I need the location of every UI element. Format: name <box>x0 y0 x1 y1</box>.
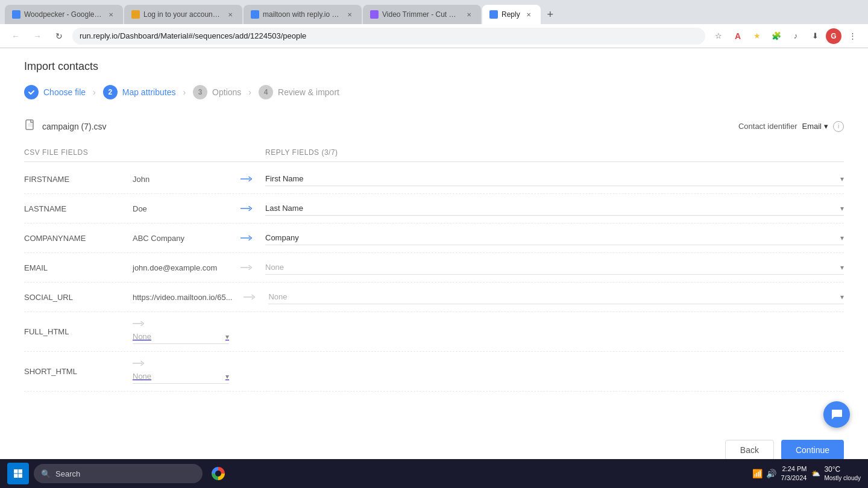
step-4-label: Review & import <box>278 87 339 97</box>
tab-favicon-woodpecker <box>12 10 20 19</box>
mapping-table: FIRSTNAME John First Name ▾ LASTNAME Doe <box>24 164 844 392</box>
chevron-down-icon: ▾ <box>225 372 229 381</box>
profile-avatar[interactable]: G <box>826 28 841 44</box>
step-2-label: Map attributes <box>122 87 176 97</box>
menu-icon[interactable]: ⋮ <box>844 28 861 45</box>
footer: Back Continue <box>24 428 844 460</box>
chevron-down-icon: ▾ <box>840 263 844 272</box>
reply-field-value: None <box>265 263 284 272</box>
weather-temp: 30°C <box>824 465 861 475</box>
tab-reply[interactable]: Reply ✕ <box>482 5 541 24</box>
taskbar-clock[interactable]: 2:24 PM 7/3/2024 <box>781 465 807 483</box>
csv-field-value: ABC Company <box>133 234 229 243</box>
address-bar: ← → ↻ ☆ A ★ 🧩 ♪ ⬇ G ⋮ <box>0 24 868 48</box>
tab-close-video[interactable]: ✕ <box>464 10 474 19</box>
tab-close-login[interactable]: ✕ <box>225 10 235 19</box>
forward-nav-button[interactable]: → <box>29 28 46 45</box>
tab-login[interactable]: Log in to your account - Wood... ✕ <box>124 5 242 24</box>
step-1[interactable]: Choose file <box>24 85 86 99</box>
tab-woodpecker[interactable]: Woodpecker - Google Search ✕ <box>5 5 123 24</box>
continue-button[interactable]: Continue <box>781 440 844 460</box>
tab-mailtoon[interactable]: mailtoon with reply.io - Google... ✕ <box>244 5 362 24</box>
tab-bar: Woodpecker - Google Search ✕ Log in to y… <box>0 0 868 24</box>
step-1-label: Choose file <box>43 87 86 97</box>
csv-field-value: John <box>133 175 229 184</box>
extension-a-icon[interactable]: A <box>729 28 746 45</box>
svg-rect-11 <box>19 469 23 474</box>
reply-field-value: None <box>133 332 151 341</box>
mapping-arrow <box>229 175 265 183</box>
reply-field-dropdown[interactable]: None ▾ <box>265 260 844 275</box>
extension-puzzle-icon[interactable]: 🧩 <box>768 28 785 45</box>
toolbar-icons: ☆ A ★ 🧩 ♪ ⬇ G ⋮ <box>710 28 861 45</box>
step-1-circle <box>24 85 39 99</box>
bookmark-icon[interactable]: ☆ <box>710 28 727 45</box>
back-nav-button[interactable]: ← <box>7 28 24 45</box>
weather-widget: ⛅ 30°C Mostly cloudy <box>811 465 861 483</box>
arrow-icon <box>133 319 146 328</box>
chevron-down-icon: ▾ <box>840 293 844 301</box>
tab-title-woodpecker: Woodpecker - Google Search <box>24 10 102 19</box>
csv-field-name: SHORT_HTML <box>24 367 133 376</box>
start-button[interactable] <box>7 463 29 484</box>
mapping-row: SHORT_HTML None ▾ <box>24 352 844 392</box>
taskbar-search-placeholder: Search <box>55 469 80 478</box>
mapping-arrow: None ▾ <box>133 321 229 344</box>
arrow-icon <box>244 293 257 301</box>
step-2[interactable]: 2 Map attributes <box>103 85 176 99</box>
extension-yellow-icon[interactable]: ★ <box>749 28 766 45</box>
info-icon[interactable]: i <box>833 121 844 132</box>
reply-field-dropdown[interactable]: None ▾ <box>133 369 229 384</box>
svg-rect-0 <box>26 120 33 130</box>
reply-field-dropdown[interactable]: First Name ▾ <box>265 172 844 186</box>
mapping-row: FULL_HTML None ▾ <box>24 312 844 352</box>
reply-field-dropdown[interactable]: None ▾ <box>133 330 229 344</box>
back-button[interactable]: Back <box>725 440 774 460</box>
stepper: Choose file › 2 Map attributes › 3 Optio… <box>24 85 844 99</box>
tab-close-reply[interactable]: ✕ <box>524 10 533 19</box>
svg-rect-13 <box>19 474 23 478</box>
reply-field-dropdown[interactable]: None ▾ <box>268 290 844 304</box>
extension-music-icon[interactable]: ♪ <box>787 28 804 45</box>
new-tab-button[interactable]: + <box>542 6 559 23</box>
file-icon <box>24 119 36 134</box>
step-4[interactable]: 4 Review & import <box>259 85 339 99</box>
taskbar-search[interactable]: 🔍 Search <box>34 464 203 483</box>
step-2-circle: 2 <box>103 85 118 99</box>
arrow-icon <box>241 175 254 183</box>
arrow-icon <box>241 234 254 242</box>
tab-title-login: Log in to your account - Wood... <box>143 10 222 19</box>
tab-favicon-reply <box>489 10 498 19</box>
step-arrow-1: › <box>93 87 96 97</box>
mapping-arrow <box>229 263 265 272</box>
tab-title-mailtoon: mailtoon with reply.io - Google... <box>263 10 341 19</box>
chat-fab-button[interactable] <box>823 401 850 428</box>
taskbar: 🔍 Search 📶 🔊 2:24 PM 7/3/2024 ⛅ 30°C Mos… <box>0 459 868 488</box>
mapping-row: LASTNAME Doe Last Name ▾ <box>24 194 844 224</box>
reply-field-value: Company <box>265 233 299 242</box>
tab-close-mailtoon[interactable]: ✕ <box>345 10 354 19</box>
reload-button[interactable]: ↻ <box>51 28 68 45</box>
taskbar-time: 2:24 PM <box>782 465 807 474</box>
reply-field-dropdown[interactable]: Last Name ▾ <box>265 201 844 216</box>
step-3[interactable]: 3 Options <box>193 85 241 99</box>
chevron-down-icon: ▾ <box>840 234 844 242</box>
csv-column-header: CSV file fields <box>24 148 229 157</box>
contact-identifier-select[interactable]: Email ▾ <box>802 122 828 131</box>
tab-video-trimmer[interactable]: Video Trimmer - Cut Video Onl... ✕ <box>363 5 481 24</box>
tab-favicon-video <box>370 10 379 19</box>
taskbar-chrome[interactable] <box>207 463 229 484</box>
checkmark-icon <box>28 89 35 96</box>
contact-identifier-section: Contact identifier Email ▾ i <box>738 121 844 132</box>
download-icon[interactable]: ⬇ <box>807 28 823 45</box>
mapping-arrow <box>229 234 265 242</box>
url-input[interactable] <box>72 28 705 45</box>
reply-field-dropdown[interactable]: Company ▾ <box>265 231 844 245</box>
search-icon: 🔍 <box>41 469 51 478</box>
mapping-arrow: None ▾ <box>133 360 229 384</box>
reply-column-header: Reply fields (3/7) <box>265 148 844 157</box>
chat-icon <box>830 408 843 421</box>
csv-field-name: EMAIL <box>24 263 133 272</box>
tab-close-woodpecker[interactable]: ✕ <box>106 10 116 19</box>
svg-rect-12 <box>14 474 18 478</box>
